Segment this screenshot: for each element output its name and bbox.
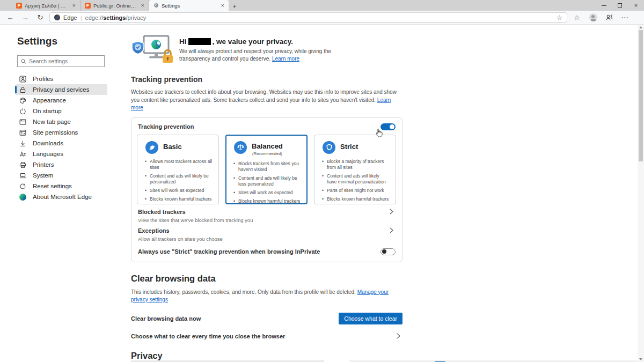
redacted-name — [188, 38, 211, 45]
favorites-hub-icon[interactable]: ☆ — [570, 12, 583, 23]
tab-close-icon[interactable]: × — [220, 2, 225, 9]
sidebar-item-label: Printers — [33, 161, 54, 168]
feedback-icon[interactable] — [603, 12, 616, 23]
sidebar-item-label: Profiles — [33, 76, 53, 82]
exceptions-sublabel: Allow all trackers on sites you choose — [138, 236, 396, 242]
privacy-illustration — [131, 34, 175, 65]
address-bar[interactable]: Edge | edge://settings/privacy ☆ — [49, 12, 567, 23]
minimize-icon — [602, 5, 606, 6]
new-tab-button[interactable]: + — [229, 1, 240, 11]
tab-title: Public.gr: Online αγορά για υπο — [93, 3, 137, 9]
sidebar-item-label: Appearance — [33, 97, 66, 104]
tab-settings[interactable]: ⚙ Settings × — [149, 0, 229, 11]
public-favicon-icon: P — [85, 3, 91, 9]
forward-button[interactable]: → — [19, 12, 31, 23]
bullet: Content and ads will likely be less pers… — [233, 175, 302, 187]
sidebar-item-label: Downloads — [33, 140, 63, 146]
minimize-button[interactable] — [596, 0, 612, 11]
tracking-level-balanced[interactable]: Balanced (Recommended) Blocks trackers f… — [225, 135, 308, 204]
close-button[interactable]: × — [628, 0, 644, 11]
scrollbar-thumb[interactable] — [639, 30, 643, 161]
refresh-button[interactable]: ↻ — [34, 12, 46, 23]
sidebar-item-label: System — [33, 172, 53, 179]
clear-browsing-data-now-label: Clear browsing data now — [131, 315, 201, 322]
sidebar-item-languages[interactable]: Languages — [15, 149, 107, 159]
blocked-trackers-row[interactable]: Blocked trackers View the sites that we'… — [137, 204, 397, 223]
clear-browsing-data-now-row: Clear browsing data now Choose what to c… — [131, 313, 402, 324]
exceptions-row[interactable]: Exceptions Allow all trackers on sites y… — [137, 223, 397, 242]
greeting-prefix: Hi — [179, 38, 187, 46]
bullet: Content and ads will likely be personali… — [145, 173, 213, 185]
sidebar-item-label: Languages — [33, 151, 63, 157]
hero-description: We will always protect and respect your … — [179, 48, 356, 63]
tracking-prevention-description: Websites use trackers to collect info ab… — [131, 88, 400, 112]
back-button[interactable]: ← — [4, 12, 16, 23]
tab-public-blog[interactable]: P Αρχική Σελίδα | Public Blog × — [12, 0, 80, 11]
sidebar-item-label: On startup — [33, 108, 62, 114]
sidebar-item-profiles[interactable]: Profiles — [15, 73, 107, 84]
profile-avatar[interactable] — [587, 12, 599, 23]
bullet: Sites will work as expected — [233, 190, 302, 196]
level-recommended: (Recommended) — [252, 151, 283, 156]
tracking-level-strict[interactable]: Strict Blocks a majority of trackers fro… — [314, 135, 396, 204]
tab-close-icon[interactable]: × — [71, 2, 77, 9]
choose-what-to-clear-button[interactable]: Choose what to clear — [339, 313, 402, 324]
chevron-right-icon — [397, 333, 400, 339]
tab-title: Settings — [162, 3, 217, 9]
sidebar-item-printers[interactable]: Printers — [15, 159, 107, 170]
scroll-down-icon[interactable] — [639, 358, 642, 360]
tab-public-gr[interactable]: P Public.gr: Online αγορά για υπο × — [80, 0, 149, 11]
level-bullets: Blocks trackers from sites you haven't v… — [231, 161, 302, 204]
chevron-right-icon — [390, 227, 393, 233]
exceptions-label: Exceptions — [138, 227, 170, 234]
maximize-button[interactable] — [612, 0, 628, 11]
search-settings-box[interactable] — [17, 55, 105, 67]
hero-learn-more-link[interactable]: Learn more — [272, 56, 299, 62]
tracking-prevention-toggle-row: Tracking prevention — [137, 122, 397, 135]
site-permissions-icon — [19, 129, 26, 136]
sidebar-item-site-permissions[interactable]: Site permissions — [15, 127, 107, 138]
reset-icon — [19, 183, 26, 190]
sidebar-item-label: About Microsoft Edge — [33, 194, 92, 200]
shield-icon — [323, 141, 335, 154]
sidebar-item-new-tab-page[interactable]: New tab page — [15, 116, 107, 127]
hero-title: Hi, we value your privacy. — [179, 38, 356, 46]
tracking-levels: Basic Allows most trackers across all si… — [137, 135, 397, 204]
sidebar-item-label: Reset settings — [33, 183, 72, 189]
profiles-icon — [19, 76, 26, 83]
clear-browsing-data-heading: Clear browsing data — [131, 274, 402, 284]
tab-close-icon[interactable]: × — [140, 2, 145, 9]
window-icon — [19, 119, 26, 125]
search-input[interactable] — [29, 58, 101, 64]
blocked-trackers-sublabel: View the sites that we've blocked from t… — [138, 217, 396, 223]
clear-on-close-row[interactable]: Choose what to clear every time you clos… — [131, 333, 402, 339]
privacy-heading: Privacy — [131, 351, 402, 361]
palette-icon — [19, 97, 26, 104]
clear-browsing-data-description: This includes history, passwords, cookie… — [131, 289, 400, 304]
sidebar-item-about-microsoft-edge[interactable]: About Microsoft Edge — [15, 191, 107, 202]
level-name: Basic — [163, 141, 182, 151]
bullet: Allows most trackers across all sites — [145, 159, 213, 171]
sidebar-item-system[interactable]: System — [15, 170, 107, 181]
scroll-up-icon[interactable] — [639, 26, 642, 28]
mouse-cursor-hand — [375, 128, 383, 137]
sidebar-item-appearance[interactable]: Appearance — [15, 95, 107, 106]
sidebar-item-label: New tab page — [33, 119, 71, 125]
hero-text: Hi, we value your privacy. We will alway… — [179, 34, 356, 65]
power-icon — [19, 108, 26, 115]
favorite-star-icon[interactable]: ☆ — [557, 14, 562, 21]
chevron-right-icon — [390, 209, 393, 215]
tracking-prevention-card: Tracking prevention Basic Allows m — [131, 117, 402, 262]
bullet: Blocks known harmful trackers — [322, 196, 390, 202]
greeting-suffix: , we value your privacy. — [213, 38, 294, 46]
settings-menu-icon[interactable]: ··· — [619, 12, 632, 23]
inprivate-strict-toggle[interactable] — [380, 248, 396, 255]
tracking-level-basic[interactable]: Basic Allows most trackers across all si… — [137, 135, 219, 204]
sidebar-item-privacy-and-services[interactable]: Privacy and services — [15, 84, 107, 95]
sidebar-item-downloads[interactable]: Downloads — [15, 138, 107, 149]
blocked-trackers-label: Blocked trackers — [138, 209, 186, 215]
dove-icon — [145, 141, 158, 154]
sidebar-item-on-startup[interactable]: On startup — [15, 106, 107, 116]
sidebar-item-reset-settings[interactable]: Reset settings — [15, 181, 107, 191]
page-scrollbar[interactable] — [638, 25, 644, 362]
